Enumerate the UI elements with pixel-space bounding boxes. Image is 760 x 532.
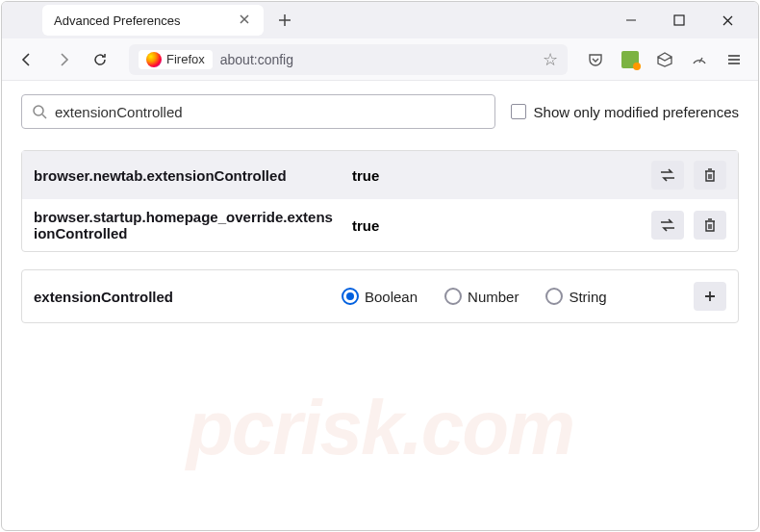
watermark: pcrisk.com (2, 384, 758, 472)
toggle-button[interactable] (651, 211, 684, 240)
window-controls (600, 7, 758, 34)
nav-toolbar: Firefox about:config ☆ (2, 38, 758, 81)
titlebar: Advanced Preferences (2, 2, 758, 38)
back-button[interactable] (12, 44, 42, 75)
row-actions (651, 161, 726, 190)
browser-tab[interactable]: Advanced Preferences (42, 5, 264, 36)
close-tab-icon[interactable] (239, 13, 252, 27)
radio-number[interactable]: Number (444, 288, 519, 305)
close-window-button[interactable] (714, 7, 741, 34)
firefox-logo-icon (146, 52, 162, 67)
menu-icon[interactable] (720, 45, 748, 74)
add-pref-button[interactable] (694, 282, 726, 311)
reload-button[interactable] (85, 44, 115, 75)
bookmark-star-icon[interactable]: ☆ (543, 49, 558, 70)
delete-button[interactable] (694, 161, 726, 190)
address-bar[interactable]: Firefox about:config ☆ (129, 44, 568, 75)
preference-row[interactable]: browser.newtab.extensionControlled true (22, 151, 738, 199)
checkbox-icon (511, 104, 526, 119)
svg-rect-0 (674, 15, 684, 25)
browser-label: Firefox (166, 52, 205, 66)
new-preference-row: extensionControlled Boolean Number Strin… (21, 269, 739, 323)
search-icon (32, 104, 47, 119)
delete-button[interactable] (694, 211, 726, 240)
preference-row[interactable]: browser.startup.homepage_override.extens… (22, 199, 738, 251)
maximize-button[interactable] (666, 7, 693, 34)
preference-value: true (352, 167, 636, 184)
radio-boolean[interactable]: Boolean (342, 288, 418, 305)
svg-point-1 (34, 106, 43, 115)
firefox-badge: Firefox (139, 50, 213, 69)
content-area: Show only modified preferences browser.n… (2, 81, 758, 530)
radio-icon (545, 288, 563, 305)
preference-value: true (352, 217, 636, 234)
toggle-button[interactable] (651, 161, 684, 190)
radio-icon (342, 288, 359, 305)
preference-name: browser.newtab.extensionControlled (34, 167, 337, 184)
minimize-button[interactable] (618, 7, 645, 34)
search-box[interactable] (21, 94, 495, 129)
forward-button[interactable] (48, 44, 79, 75)
pocket-icon[interactable] (581, 45, 610, 74)
checkbox-label: Show only modified preferences (534, 104, 739, 120)
radio-icon (444, 288, 462, 305)
url-text: about:config (220, 52, 535, 67)
new-tab-button[interactable] (271, 7, 298, 34)
inbox-icon[interactable] (650, 45, 679, 74)
row-actions (651, 211, 726, 240)
modified-only-checkbox[interactable]: Show only modified preferences (511, 104, 739, 120)
search-input[interactable] (55, 104, 485, 120)
search-row: Show only modified preferences (21, 94, 739, 129)
new-pref-name: extensionControlled (34, 289, 322, 305)
extension-icon[interactable] (616, 45, 645, 74)
tab-title: Advanced Preferences (54, 13, 231, 28)
browser-window: Advanced Preferences Firefox about:confi… (1, 1, 759, 531)
radio-string[interactable]: String (545, 288, 606, 305)
type-radio-group: Boolean Number String (342, 288, 674, 305)
preference-name: browser.startup.homepage_override.extens… (34, 209, 337, 241)
preference-list: browser.newtab.extensionControlled true … (21, 150, 739, 252)
gauge-icon[interactable] (685, 45, 714, 74)
